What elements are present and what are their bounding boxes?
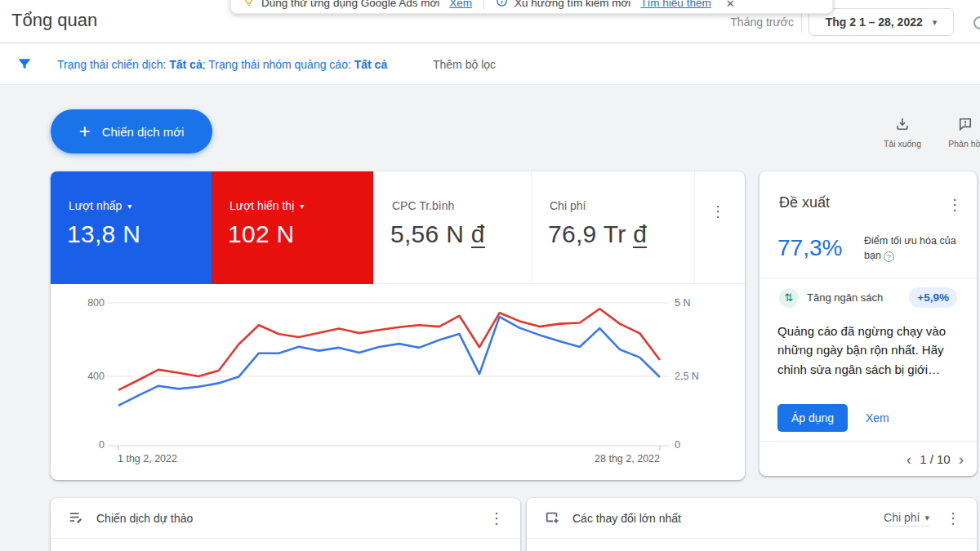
notification-link[interactable]: Xem <box>449 0 472 9</box>
metric-value: 13,8 N <box>67 220 140 248</box>
campaign-status-label: Trạng thái chiến dịch: <box>57 58 166 71</box>
scorecard-avg-cpc: CPC Tr.bình 5,56 N đ <box>373 171 531 284</box>
divider <box>760 441 977 442</box>
metric-selector[interactable]: Lượt nhấp ▾ <box>69 199 131 212</box>
feedback-button[interactable]: Phản hồi <box>939 116 980 149</box>
metric-label: Chi phí <box>550 199 586 212</box>
overflow-menu-icon[interactable]: ⋮ <box>489 511 504 526</box>
date-divider <box>801 11 802 33</box>
pager-counter: 1 / 10 <box>920 452 951 466</box>
recommendation-item[interactable]: ⇅ Tăng ngân sách +5,9% <box>779 287 957 308</box>
optimization-score: 77,3% <box>777 235 842 261</box>
optimization-score-label: Điểm tối ưu hóa của bạn? <box>864 233 973 263</box>
adgroup-status-value: Tất cả <box>354 58 387 71</box>
scorecard-clicks[interactable]: Lượt nhấp ▾ 13,8 N <box>51 171 212 284</box>
draft-campaigns-card: Chiến dịch dự thảo ⋮ <box>51 498 520 551</box>
filter-funnel-icon[interactable] <box>16 56 33 76</box>
currency-dong: đ <box>471 223 485 248</box>
draft-campaigns-icon <box>69 510 83 528</box>
card-header: Chiến dịch dự thảo ⋮ <box>51 498 520 539</box>
currency-dong: đ <box>633 223 647 248</box>
close-icon[interactable]: ✕ <box>726 0 735 11</box>
metric-label: Lượt hiển thị <box>229 199 294 212</box>
metric-value: 76,9 Tr đ <box>548 220 647 248</box>
notification-text: Dùng thử ứng dụng Google Ads mới <box>261 0 439 9</box>
biggest-changes-card: Các thay đổi lớn nhất Chi phí ▾ ⋮ <box>527 498 977 551</box>
recommendations-card: Đề xuất ⋮ 77,3% Điểm tối ưu hóa của bạn?… <box>760 171 977 476</box>
chevron-down-icon: ▾ <box>300 202 304 211</box>
apply-button[interactable]: Áp dụng <box>777 404 848 432</box>
filter-bar: Trạng thái chiến dịch: Tất cả; Trạng thá… <box>0 44 980 85</box>
filter-separator: ; <box>203 58 206 71</box>
notification-bar: Dùng thử ứng dụng Google Ads mới Xem Xu … <box>230 0 833 14</box>
metric-value: 102 N <box>228 220 295 248</box>
card-header: Các thay đổi lớn nhất Chi phí ▾ ⋮ <box>527 498 977 539</box>
chevron-down-icon: ▾ <box>127 202 131 211</box>
overflow-menu-icon[interactable]: ⋮ <box>710 204 725 219</box>
chevron-left-icon[interactable]: ‹ <box>906 451 911 467</box>
view-button[interactable]: Xem <box>866 411 889 424</box>
sort-by-value: Chi phí <box>884 511 920 524</box>
date-preset-label[interactable]: Tháng trước <box>730 16 794 29</box>
download-button[interactable]: Tải xuống <box>876 116 929 149</box>
recommendation-description: Quảng cáo đã ngừng chạy vào những ngày b… <box>777 322 969 379</box>
add-filter-button[interactable]: Thêm bộ lọc <box>433 58 496 71</box>
metric-label: CPC Tr.bình <box>392 199 454 212</box>
new-campaign-label: Chiến dịch mới <box>102 125 185 139</box>
scorecard-row: Lượt nhấp ▾ 13,8 N Lượt hiển thị ▾ 102 N… <box>51 171 745 284</box>
header-edge-icon[interactable] <box>973 16 980 29</box>
series-line-right <box>118 309 660 390</box>
notification-item: Dùng thử ứng dụng Google Ads mới Xem <box>243 0 472 11</box>
budget-arrows-icon: ⇅ <box>779 288 799 308</box>
card-title: Các thay đổi lớn nhất <box>572 512 681 525</box>
google-ads-overview-page: Tổng quan Tháng trước Thg 2 1 – 28, 2022… <box>0 0 980 551</box>
trend-line-chart[interactable] <box>51 284 745 480</box>
notification-text: Xu hướng tìm kiếm mới <box>514 0 630 9</box>
filter-status-text[interactable]: Trạng thái chiến dịch: Tất cả; Trạng thá… <box>57 58 387 71</box>
chevron-down-icon: ▾ <box>924 513 929 523</box>
lightbulb-icon <box>243 0 255 11</box>
date-range-value: Thg 2 1 – 28, 2022 <box>826 16 923 29</box>
metric-selector[interactable]: Lượt hiển thị ▾ <box>229 199 304 212</box>
chevron-right-icon[interactable]: › <box>959 451 964 467</box>
metric-value: 5,56 N đ <box>390 220 485 248</box>
scorecard-impressions[interactable]: Lượt hiển thị ▾ 102 N <box>212 171 373 284</box>
overview-chart-card: Lượt nhấp ▾ 13,8 N Lượt hiển thị ▾ 102 N… <box>51 171 745 480</box>
download-icon <box>894 121 911 135</box>
metric-label: Lượt nhấp <box>69 199 122 212</box>
series-line-left <box>118 317 660 406</box>
notification-link[interactable]: Tìm hiểu thêm <box>640 0 710 9</box>
card-title: Chiến dịch dự thảo <box>96 512 193 525</box>
biggest-changes-icon <box>545 510 559 528</box>
overflow-menu-icon[interactable]: ⋮ <box>946 511 960 526</box>
chevron-down-icon: ▾ <box>933 17 938 28</box>
overflow-menu-icon[interactable]: ⋮ <box>947 198 962 212</box>
feedback-icon <box>957 121 973 135</box>
uplift-badge: +5,9% <box>909 287 957 308</box>
adgroup-status-label: Trạng thái nhóm quảng cáo: <box>208 58 351 71</box>
page-title: Tổng quan <box>11 10 97 31</box>
divider <box>760 278 977 278</box>
feedback-label: Phản hồi <box>939 139 980 149</box>
scorecard-menu-area: ⋮ <box>694 171 745 283</box>
notification-item: Xu hướng tìm kiếm mới Tìm hiểu thêm <box>496 0 711 11</box>
new-campaign-button[interactable]: + Chiến dịch mới <box>51 109 212 153</box>
recommendations-title: Đề xuất <box>779 194 830 211</box>
plus-icon: + <box>79 122 91 141</box>
recommendation-label: Tăng ngân sách <box>807 291 909 304</box>
sort-by-dropdown[interactable]: Chi phí ▾ <box>884 511 929 527</box>
scorecard-cost: Chi phí 76,9 Tr đ <box>531 171 694 284</box>
recommendation-pager: ‹ 1 / 10 › <box>906 451 964 467</box>
info-icon <box>496 0 508 11</box>
notification-divider <box>483 0 484 9</box>
campaign-status-value: Tất cả <box>169 58 202 71</box>
download-label: Tải xuống <box>876 139 929 149</box>
help-icon[interactable]: ? <box>884 251 894 262</box>
